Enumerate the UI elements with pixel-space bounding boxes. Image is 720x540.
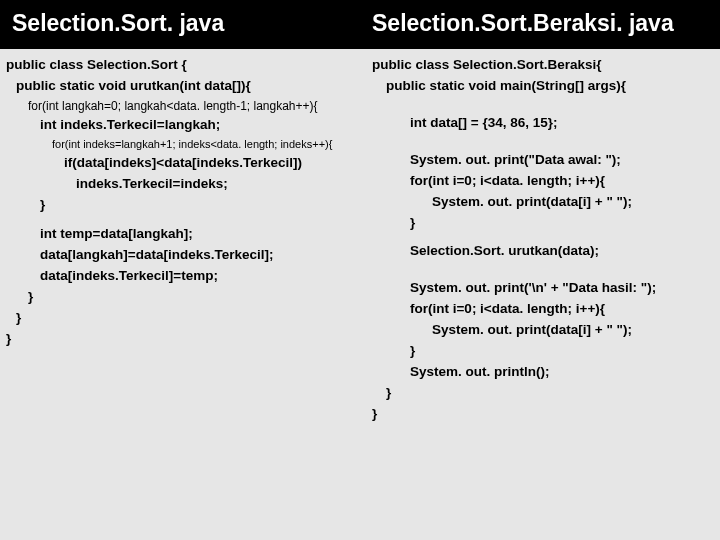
code-line: int temp=data[langkah];: [40, 224, 358, 245]
code-line: public static void main(String[] args){: [386, 76, 718, 97]
slide: Selection.Sort. java public class Select…: [0, 0, 720, 540]
code-line: }: [410, 213, 718, 234]
code-line: }: [16, 308, 358, 329]
code-line: Selection.Sort. urutkan(data);: [410, 241, 718, 262]
code-line: }: [28, 287, 358, 308]
code-line: }: [410, 341, 718, 362]
left-title: Selection.Sort. java: [0, 0, 360, 49]
code-line: data[indeks.Terkecil]=temp;: [40, 266, 358, 287]
code-line: data[langkah]=data[indeks.Terkecil];: [40, 245, 358, 266]
left-code: public class Selection.Sort { public sta…: [0, 49, 360, 540]
right-title: Selection.Sort.Beraksi. java: [360, 0, 720, 49]
code-line: System. out. print("Data awal: ");: [410, 150, 718, 171]
right-column: Selection.Sort.Beraksi. java public clas…: [360, 0, 720, 540]
code-line: System. out. print('\n' + "Data hasil: "…: [410, 278, 718, 299]
code-line: }: [372, 404, 718, 425]
code-line: for(int langkah=0; langkah<data. length-…: [28, 97, 358, 116]
left-column: Selection.Sort. java public class Select…: [0, 0, 360, 540]
code-line: }: [40, 195, 358, 216]
code-line: public class Selection.Sort {: [6, 55, 358, 76]
code-line: }: [386, 383, 718, 404]
right-code: public class Selection.Sort.Beraksi{ pub…: [360, 49, 720, 540]
code-line: for(int indeks=langkah+1; indeks<data. l…: [52, 136, 358, 153]
code-line: indeks.Terkecil=indeks;: [76, 174, 358, 195]
code-line: public static void urutkan(int data[]){: [16, 76, 358, 97]
code-line: int indeks.Terkecil=langkah;: [40, 115, 358, 136]
code-line: System. out. print(data[i] + " ");: [432, 192, 718, 213]
code-line: System. out. println();: [410, 362, 718, 383]
code-line: public class Selection.Sort.Beraksi{: [372, 55, 718, 76]
code-line: for(int i=0; i<data. length; i++){: [410, 299, 718, 320]
code-line: if(data[indeks]<data[indeks.Terkecil]): [64, 153, 358, 174]
code-line: int data[] = {34, 86, 15};: [410, 113, 718, 134]
code-line: for(int i=0; i<data. length; i++){: [410, 171, 718, 192]
code-line: System. out. print(data[i] + " ");: [432, 320, 718, 341]
code-line: }: [6, 329, 358, 350]
